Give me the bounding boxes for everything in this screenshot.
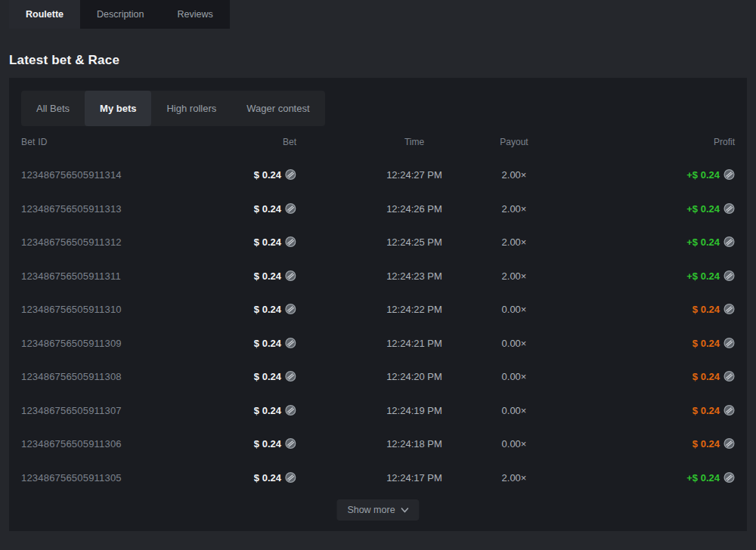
coin-icon xyxy=(723,371,735,382)
bet-time-cell: 12:24:21 PM xyxy=(386,337,442,348)
coin-icon xyxy=(285,169,296,181)
tab-roulette[interactable]: Roulette xyxy=(9,0,80,29)
table-row: 123486756505911314 $ 0.24 12:24:27 PM 2.… xyxy=(9,158,747,192)
game-page: { "tabs": { "items": [ { "label": "Roule… xyxy=(0,0,756,550)
bet-profit-cell: $ 0.24 xyxy=(692,404,735,416)
bet-payout-cell: 0.00× xyxy=(502,438,527,450)
bet-payout-cell: 0.00× xyxy=(502,371,527,382)
show-more-label: Show more xyxy=(347,505,395,515)
bet-amount-cell: $ 0.24 xyxy=(254,304,296,315)
bet-id-cell: 123486756505911307 xyxy=(21,404,122,416)
bet-payout-cell: 2.00× xyxy=(502,202,527,214)
bet-id-cell: 123486756505911312 xyxy=(21,236,122,248)
bet-amount-cell: $ 0.24 xyxy=(254,404,296,416)
coin-icon xyxy=(285,236,296,248)
bet-profit-cell: +$ 0.24 xyxy=(686,202,735,214)
table-rows: 123486756505911314 $ 0.24 12:24:27 PM 2.… xyxy=(9,158,747,494)
bet-id-cell: 123486756505911310 xyxy=(21,304,122,315)
coin-icon xyxy=(723,202,735,214)
show-more-button[interactable]: Show more xyxy=(336,499,419,521)
header-payout: Payout xyxy=(500,137,528,147)
bet-time-cell: 12:24:22 PM xyxy=(386,304,442,315)
bet-amount-cell: $ 0.24 xyxy=(254,471,296,483)
bet-time-cell: 12:24:25 PM xyxy=(386,236,442,248)
table-row: 123486756505911312 $ 0.24 12:24:25 PM 2.… xyxy=(9,225,747,259)
table-row: 123486756505911305 $ 0.24 12:24:17 PM 2.… xyxy=(9,461,747,495)
bet-payout-cell: 2.00× xyxy=(502,169,527,181)
bet-amount-cell: $ 0.24 xyxy=(254,236,296,248)
coin-icon xyxy=(285,471,296,483)
coin-icon xyxy=(723,270,735,281)
coin-icon xyxy=(285,270,296,281)
bet-amount-cell: $ 0.24 xyxy=(254,169,296,181)
bet-profit-cell: $ 0.24 xyxy=(692,304,735,315)
subtab-high-rollers[interactable]: High rollers xyxy=(151,91,231,126)
bet-amount-cell: $ 0.24 xyxy=(254,202,296,214)
bet-profit-cell: $ 0.24 xyxy=(692,438,735,450)
page-title: Latest bet & Race xyxy=(9,53,119,68)
chevron-down-icon xyxy=(401,508,409,513)
coin-icon xyxy=(723,438,735,450)
bet-time-cell: 12:24:20 PM xyxy=(386,371,442,382)
bet-id-cell: 123486756505911309 xyxy=(21,337,122,348)
bet-amount-cell: $ 0.24 xyxy=(254,438,296,450)
coin-icon xyxy=(285,371,296,382)
bet-time-cell: 12:24:26 PM xyxy=(386,202,442,214)
tab-reviews[interactable]: Reviews xyxy=(161,0,230,29)
table-row: 123486756505911307 $ 0.24 12:24:19 PM 0.… xyxy=(9,394,747,428)
bet-profit-cell: +$ 0.24 xyxy=(686,270,735,281)
header-profit: Profit xyxy=(714,137,735,147)
coin-icon xyxy=(723,169,735,181)
bet-profit-cell: +$ 0.24 xyxy=(686,471,735,483)
bet-time-cell: 12:24:18 PM xyxy=(386,438,442,450)
table-header: Bet ID Bet Time Payout Profit xyxy=(9,126,747,158)
coin-icon xyxy=(723,404,735,416)
coin-icon xyxy=(723,236,735,248)
bet-id-cell: 123486756505911313 xyxy=(21,202,122,214)
bet-id-cell: 123486756505911306 xyxy=(21,438,122,450)
bet-profit-cell: $ 0.24 xyxy=(692,371,735,382)
subtab-wager-contest[interactable]: Wager contest xyxy=(231,91,324,126)
header-bet-id: Bet ID xyxy=(21,137,48,147)
bet-id-cell: 123486756505911305 xyxy=(21,471,122,483)
tab-description[interactable]: Description xyxy=(80,0,161,29)
coin-icon xyxy=(723,304,735,315)
bet-time-cell: 12:24:19 PM xyxy=(386,404,442,416)
bet-payout-cell: 0.00× xyxy=(502,404,527,416)
header-bet: Bet xyxy=(283,137,296,147)
bet-payout-cell: 2.00× xyxy=(502,270,527,281)
bet-time-cell: 12:24:23 PM xyxy=(386,270,442,281)
bet-time-cell: 12:24:27 PM xyxy=(386,169,442,181)
bet-filter-tabs: All Bets My bets High rollers Wager cont… xyxy=(21,91,325,126)
table-row: 123486756505911313 $ 0.24 12:24:26 PM 2.… xyxy=(9,192,747,226)
bet-id-cell: 123486756505911308 xyxy=(21,371,122,382)
table-row: 123486756505911309 $ 0.24 12:24:21 PM 0.… xyxy=(9,326,747,360)
bet-id-cell: 123486756505911314 xyxy=(21,169,122,181)
bet-amount-cell: $ 0.24 xyxy=(254,270,296,281)
bet-time-cell: 12:24:17 PM xyxy=(386,471,442,483)
bets-panel: All Bets My bets High rollers Wager cont… xyxy=(9,78,747,531)
bet-id-cell: 123486756505911311 xyxy=(21,270,121,281)
bet-payout-cell: 2.00× xyxy=(502,236,527,248)
coin-icon xyxy=(285,404,296,416)
table-row: 123486756505911311 $ 0.24 12:24:23 PM 2.… xyxy=(9,259,747,293)
bet-amount-cell: $ 0.24 xyxy=(254,371,296,382)
coin-icon xyxy=(285,438,296,450)
bet-payout-cell: 0.00× xyxy=(502,304,527,315)
bet-profit-cell: $ 0.24 xyxy=(692,337,735,348)
bet-profit-cell: +$ 0.24 xyxy=(686,169,735,181)
bet-profit-cell: +$ 0.24 xyxy=(686,236,735,248)
table-row: 123486756505911308 $ 0.24 12:24:20 PM 0.… xyxy=(9,360,747,394)
coin-icon xyxy=(285,337,296,348)
bet-payout-cell: 0.00× xyxy=(502,337,527,348)
bet-payout-cell: 2.00× xyxy=(502,471,527,483)
coin-icon xyxy=(723,471,735,483)
table-row: 123486756505911310 $ 0.24 12:24:22 PM 0.… xyxy=(9,292,747,326)
table-row: 123486756505911306 $ 0.24 12:24:18 PM 0.… xyxy=(9,427,747,461)
subtab-all-bets[interactable]: All Bets xyxy=(21,91,85,126)
subtab-my-bets[interactable]: My bets xyxy=(85,91,151,126)
coin-icon xyxy=(285,202,296,214)
coin-icon xyxy=(723,337,735,348)
header-time: Time xyxy=(404,137,424,147)
bet-amount-cell: $ 0.24 xyxy=(254,337,296,348)
